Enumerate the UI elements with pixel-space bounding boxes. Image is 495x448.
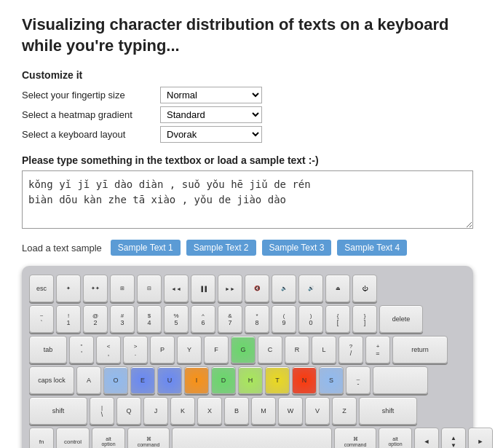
- key-f3[interactable]: ⊞: [110, 275, 135, 302]
- textbox-label: Please type something in the textbox or …: [22, 154, 473, 166]
- key-m-dvorak[interactable]: M: [251, 397, 276, 425]
- key-caps[interactable]: caps lock: [29, 366, 74, 394]
- key-delete[interactable]: delete: [379, 305, 423, 333]
- key-arrow-right[interactable]: ►: [468, 428, 493, 448]
- fn-row: esc ✦ ✦✦ ⊞ ⊟ ◄◄ ▐▐ ►► 🔇 🔈 🔊 ⏏ ⏻: [29, 275, 466, 302]
- key-f11[interactable]: ⏏: [325, 275, 350, 302]
- key-arrows-ud[interactable]: ▲ ▼: [441, 428, 466, 448]
- heatmap-row: Select a heatmap gradient Standard Rainb…: [22, 106, 473, 123]
- fingertip-select[interactable]: Small Normal Large: [160, 87, 262, 103]
- key-f6[interactable]: ▐▐: [191, 275, 215, 302]
- fingertip-row: Select your fingertip size Small Normal …: [22, 87, 473, 103]
- key-2[interactable]: @2: [83, 305, 108, 333]
- key-o-dvorak[interactable]: O: [103, 366, 128, 394]
- text-input[interactable]: kǒng yǐ jǐ yī dào diàn , suǒ yǒu hē jiǔ …: [22, 170, 473, 229]
- key-backtick[interactable]: ~`: [29, 305, 54, 333]
- key-u-dvorak[interactable]: U: [157, 366, 182, 394]
- key-e[interactable]: >.: [123, 336, 148, 363]
- sample-text-3-button[interactable]: Sample Text 3: [262, 240, 332, 256]
- key-6[interactable]: ^6: [191, 305, 215, 333]
- key-esc[interactable]: esc: [29, 275, 54, 302]
- layout-label: Select a keyboard layout: [22, 129, 160, 140]
- key-f9[interactable]: 🔈: [272, 275, 296, 302]
- sample-text-2-button[interactable]: Sample Text 2: [186, 240, 256, 256]
- key-alt-right[interactable]: altoption: [379, 428, 412, 448]
- key-j-dvorak[interactable]: J: [143, 397, 168, 425]
- key-ctrl[interactable]: control: [56, 428, 90, 448]
- key-fn[interactable]: fn: [29, 428, 54, 448]
- key-w[interactable]: <,: [96, 336, 121, 363]
- key-h-dvorak[interactable]: H: [238, 366, 263, 394]
- key-v-dvorak[interactable]: V: [305, 397, 330, 425]
- key-x-dvorak[interactable]: X: [197, 397, 222, 425]
- key-s-dvorak[interactable]: S: [319, 366, 344, 394]
- key-minus-dvorak[interactable]: _-: [346, 366, 371, 394]
- key-z-dvorak[interactable]: Z: [332, 397, 357, 425]
- key-cmd-left[interactable]: ⌘command: [127, 428, 170, 448]
- key-f8[interactable]: 🔇: [245, 275, 269, 302]
- key-minus[interactable]: {[: [325, 305, 350, 333]
- shift-row: shift |\ Q J K X B M W V Z shift: [29, 397, 466, 425]
- keyboard: esc ✦ ✦✦ ⊞ ⊟ ◄◄ ▐▐ ►► 🔇 🔈 🔊 ⏏ ⏻ ~` !1 @2…: [22, 266, 473, 448]
- key-shift-left[interactable]: shift: [29, 397, 87, 425]
- customize-section: Customize it Select your fingertip size …: [22, 69, 473, 143]
- key-0[interactable]: )0: [298, 305, 323, 333]
- key-9[interactable]: (9: [272, 305, 296, 333]
- key-a[interactable]: A: [76, 366, 101, 394]
- layout-select[interactable]: QWERTY Dvorak Colemak: [160, 126, 262, 143]
- key-return[interactable]: return: [392, 336, 448, 363]
- key-w-dvorak[interactable]: W: [278, 397, 303, 425]
- key-alt-left[interactable]: altoption: [92, 428, 125, 448]
- key-cmd-right[interactable]: ⌘command: [334, 428, 376, 448]
- key-power[interactable]: ⏻: [352, 275, 377, 302]
- key-8[interactable]: *8: [245, 305, 269, 333]
- key-f2[interactable]: ✦✦: [83, 275, 108, 302]
- key-equals[interactable]: }]: [352, 305, 377, 333]
- key-f1[interactable]: ✦: [56, 275, 81, 302]
- key-z[interactable]: |\: [90, 397, 114, 425]
- key-i-dvorak[interactable]: I: [184, 366, 209, 394]
- key-7[interactable]: &7: [218, 305, 242, 333]
- key-4[interactable]: $4: [137, 305, 162, 333]
- heatmap-select[interactable]: Standard Rainbow Greyscale: [160, 106, 262, 123]
- bottom-row: fn control altoption ⌘command ⌘command a…: [29, 428, 466, 448]
- key-1[interactable]: !1: [56, 305, 81, 333]
- number-row: ~` !1 @2 #3 $4 %5 ^6 &7 *8 (9 )0 {[ }] d…: [29, 305, 466, 333]
- key-p[interactable]: ?/: [338, 336, 363, 363]
- key-shift-right[interactable]: shift: [359, 397, 417, 425]
- key-q-dvorak[interactable]: Q: [116, 397, 141, 425]
- key-y[interactable]: F: [204, 336, 229, 363]
- sample-text-1-button[interactable]: Sample Text 1: [111, 240, 181, 256]
- key-i[interactable]: R: [285, 336, 309, 363]
- key-t-dvorak[interactable]: T: [265, 366, 290, 394]
- key-o[interactable]: L: [312, 336, 336, 363]
- key-f4[interactable]: ⊟: [137, 275, 162, 302]
- key-tab[interactable]: tab: [29, 336, 67, 363]
- key-3[interactable]: #3: [110, 305, 135, 333]
- key-f5[interactable]: ◄◄: [164, 275, 189, 302]
- key-g[interactable]: G: [231, 336, 256, 363]
- key-f10[interactable]: 🔊: [298, 275, 323, 302]
- page-title: Visualizing character distribution of te…: [22, 15, 473, 56]
- key-k-dvorak[interactable]: K: [170, 397, 195, 425]
- key-h[interactable]: C: [258, 336, 282, 363]
- key-space[interactable]: [172, 428, 332, 448]
- key-arrow-left[interactable]: ◄: [414, 428, 439, 448]
- key-return-2[interactable]: [373, 366, 428, 394]
- sample-label: Load a text sample: [22, 243, 102, 254]
- key-5[interactable]: %5: [164, 305, 189, 333]
- key-r[interactable]: P: [150, 336, 175, 363]
- fingertip-label: Select your fingertip size: [22, 90, 160, 101]
- customize-heading: Customize it: [22, 69, 473, 81]
- key-n-dvorak[interactable]: N: [292, 366, 317, 394]
- key-b-dvorak[interactable]: B: [224, 397, 249, 425]
- sample-text-4-button[interactable]: Sample Text 4: [337, 240, 407, 256]
- layout-row: Select a keyboard layout QWERTY Dvorak C…: [22, 126, 473, 143]
- key-d-dvorak[interactable]: D: [211, 366, 236, 394]
- key-f7[interactable]: ►►: [218, 275, 242, 302]
- key-bracket-l[interactable]: +=: [365, 336, 390, 363]
- key-e-dvorak[interactable]: E: [130, 366, 155, 394]
- key-q[interactable]: "': [69, 336, 94, 363]
- textbox-section: Please type something in the textbox or …: [22, 154, 473, 231]
- key-t[interactable]: Y: [177, 336, 202, 363]
